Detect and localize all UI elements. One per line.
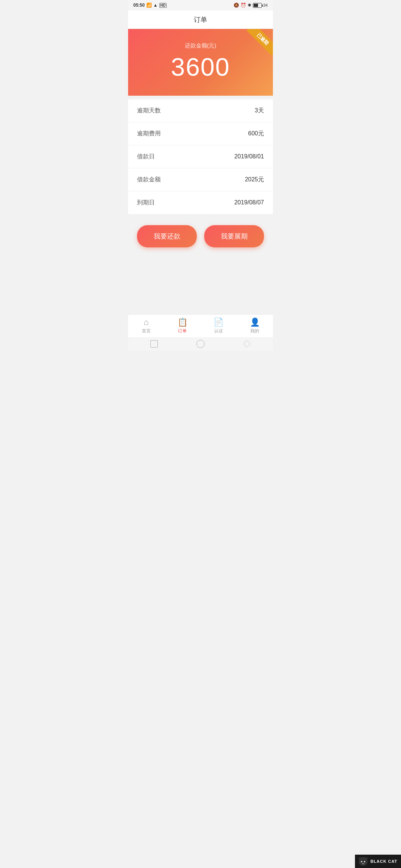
system-bar [128, 337, 273, 351]
battery-indicator [253, 3, 262, 8]
extend-button[interactable]: 我要展期 [204, 225, 264, 247]
borrow-date-value: 2019/08/01 [234, 153, 264, 160]
due-date-value: 2019/08/07 [234, 199, 264, 206]
home-icon: ⌂ [144, 318, 149, 326]
due-date-label: 到期日 [137, 199, 155, 207]
overdue-badge: 已逾期 [243, 29, 273, 59]
mute-icon: 🔕 [234, 3, 239, 8]
nav-cert-label: 认证 [214, 328, 223, 334]
status-right: 🔕 ⏰ ✱ 34 [234, 3, 268, 8]
borrow-amount-label: 借款金额 [137, 176, 161, 184]
home-button[interactable] [196, 340, 205, 348]
nav-item-cert[interactable]: 📄 认证 [208, 318, 230, 334]
bluetooth-icon: ✱ [248, 3, 251, 8]
status-bar: 05:50 📶 ▲ HD 🔕 ⏰ ✱ 34 [128, 0, 273, 10]
repay-button[interactable]: 我要还款 [137, 225, 197, 247]
cert-icon: 📄 [213, 318, 224, 326]
content-spacer [128, 255, 273, 314]
borrow-date-label: 借款日 [137, 153, 155, 161]
overdue-fee-label: 逾期费用 [137, 130, 161, 138]
info-row-overdue-days: 逾期天数 3天 [128, 99, 273, 122]
action-buttons: 我要还款 我要展期 [128, 214, 273, 255]
back-button[interactable] [150, 340, 158, 348]
bottom-nav: ⌂ 首页 📋 订单 📄 认证 👤 我的 [128, 314, 273, 337]
order-icon: 📋 [177, 318, 188, 326]
battery-level: 34 [263, 3, 268, 7]
info-row-borrow-date: 借款日 2019/08/01 [128, 145, 273, 168]
hd-icon: HD [159, 3, 167, 8]
overdue-days-label: 逾期天数 [137, 107, 161, 115]
nav-mine-label: 我的 [250, 328, 259, 334]
borrow-amount-value: 2025元 [245, 176, 264, 184]
alarm-icon: ⏰ [241, 3, 246, 8]
nav-item-order[interactable]: 📋 订单 [171, 318, 193, 334]
nav-home-label: 首页 [142, 328, 151, 334]
info-row-due-date: 到期日 2019/08/07 [128, 191, 273, 214]
time: 05:50 [133, 3, 145, 8]
overdue-fee-value: 600元 [248, 130, 264, 138]
nav-order-label: 订单 [178, 328, 187, 334]
info-section: 逾期天数 3天 逾期费用 600元 借款日 2019/08/01 借款金额 20… [128, 99, 273, 214]
info-row-borrow-amount: 借款金额 2025元 [128, 168, 273, 191]
status-left: 05:50 📶 ▲ HD [133, 3, 167, 8]
overdue-days-value: 3天 [255, 107, 264, 115]
overdue-badge-text: 已逾期 [247, 29, 273, 55]
mine-icon: 👤 [250, 318, 260, 326]
nav-item-home[interactable]: ⌂ 首页 [135, 318, 157, 334]
hero-card: 已逾期 还款金额(元) 3600 [128, 29, 273, 96]
recent-button[interactable] [243, 340, 251, 348]
page-title: 订单 [194, 15, 207, 24]
page-header: 订单 [128, 10, 273, 29]
info-row-overdue-fee: 逾期费用 600元 [128, 122, 273, 145]
wifi-icon: ▲ [153, 3, 158, 8]
signal-icon: 📶 [146, 3, 152, 8]
nav-item-mine[interactable]: 👤 我的 [244, 318, 266, 334]
